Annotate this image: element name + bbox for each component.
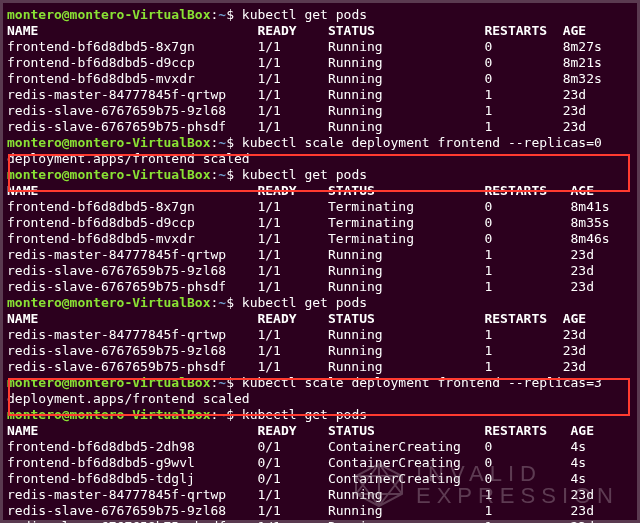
pod-row: redis-slave-6767659b75-phsdf 1/1 Running… — [7, 119, 586, 134]
pod-row: frontend-bf6d8dbd5-g9wvl 0/1 ContainerCr… — [7, 455, 586, 470]
command-text: kubectl scale deployment frontend --repl… — [242, 375, 602, 390]
prompt-path: ~ — [218, 295, 226, 310]
prompt-dollar: $ — [226, 407, 242, 422]
prompt-path: ~ — [218, 7, 226, 22]
pod-row: redis-master-84777845f-qrtwp 1/1 Running… — [7, 247, 594, 262]
pod-row: redis-master-84777845f-qrtwp 1/1 Running… — [7, 87, 586, 102]
terminal-content[interactable]: montero@montero-VirtualBox:~$ kubectl ge… — [7, 7, 633, 523]
pod-row: frontend-bf6d8dbd5-tdglj 0/1 ContainerCr… — [7, 471, 586, 486]
scale-response: deployment.apps/frontend scaled — [7, 391, 250, 406]
scale-response: deployment.apps/frontend scaled — [7, 151, 250, 166]
pod-row: frontend-bf6d8dbd5-mvxdr 1/1 Running 0 8… — [7, 71, 602, 86]
pods-header: NAME READY STATUS RESTARTS AGE — [7, 183, 594, 198]
command-text: kubectl get pods — [242, 407, 367, 422]
pod-row: frontend-bf6d8dbd5-d9ccp 1/1 Running 0 8… — [7, 55, 602, 70]
prompt-dollar: $ — [226, 7, 242, 22]
pod-row: redis-master-84777845f-qrtwp 1/1 Running… — [7, 487, 594, 502]
pod-row: redis-slave-6767659b75-9zl68 1/1 Running… — [7, 343, 586, 358]
prompt-dollar: $ — [226, 167, 242, 182]
pod-row: redis-master-84777845f-qrtwp 1/1 Running… — [7, 327, 586, 342]
prompt-path: ~ — [218, 135, 226, 150]
pod-row: redis-slave-6767659b75-9zl68 1/1 Running… — [7, 103, 586, 118]
command-text: kubectl get pods — [242, 7, 367, 22]
pod-row: frontend-bf6d8dbd5-8x7gn 1/1 Terminating… — [7, 199, 610, 214]
pod-row: frontend-bf6d8dbd5-mvxdr 1/1 Terminating… — [7, 231, 610, 246]
command-text: kubectl get pods — [242, 167, 367, 182]
pod-row: redis-slave-6767659b75-9zl68 1/1 Running… — [7, 263, 594, 278]
prompt-user: montero@montero-VirtualBox — [7, 407, 211, 422]
prompt-path: ~ — [218, 167, 226, 182]
prompt-dollar: $ — [226, 295, 242, 310]
prompt-user: montero@montero-VirtualBox — [7, 167, 211, 182]
pod-row: redis-slave-6767659b75-9zl68 1/1 Running… — [7, 503, 594, 518]
pods-header: NAME READY STATUS RESTARTS AGE — [7, 23, 586, 38]
pod-row: redis-slave-6767659b75-phsdf 1/1 Running… — [7, 279, 594, 294]
command-text: kubectl scale deployment frontend --repl… — [242, 135, 602, 150]
prompt-dollar: $ — [226, 135, 242, 150]
prompt-user: montero@montero-VirtualBox — [7, 7, 211, 22]
pod-row: frontend-bf6d8dbd5-d9ccp 1/1 Terminating… — [7, 215, 610, 230]
pod-row: redis-slave-6767659b75-phsdf 1/1 Running… — [7, 519, 594, 523]
terminal-window[interactable]: montero@montero-VirtualBox:~$ kubectl ge… — [0, 0, 640, 523]
pod-row: frontend-bf6d8dbd5-2dh98 0/1 ContainerCr… — [7, 439, 586, 454]
pods-header: NAME READY STATUS RESTARTS AGE — [7, 423, 594, 438]
pods-header: NAME READY STATUS RESTARTS AGE — [7, 311, 586, 326]
prompt-dollar: $ — [226, 375, 242, 390]
prompt-path: ~ — [218, 407, 226, 422]
prompt-user: montero@montero-VirtualBox — [7, 135, 211, 150]
pod-row: frontend-bf6d8dbd5-8x7gn 1/1 Running 0 8… — [7, 39, 602, 54]
pod-row: redis-slave-6767659b75-phsdf 1/1 Running… — [7, 359, 586, 374]
prompt-path: ~ — [218, 375, 226, 390]
command-text: kubectl get pods — [242, 295, 367, 310]
prompt-user: montero@montero-VirtualBox — [7, 295, 211, 310]
prompt-user: montero@montero-VirtualBox — [7, 375, 211, 390]
